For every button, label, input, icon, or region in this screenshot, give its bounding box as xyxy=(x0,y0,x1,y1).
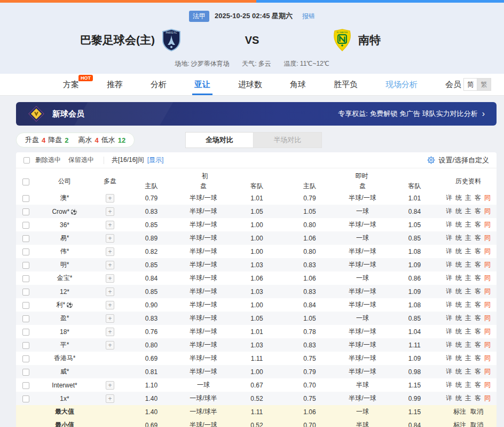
detail-link[interactable]: 详 xyxy=(446,328,452,335)
away-history-link[interactable]: 客 xyxy=(475,341,481,348)
detail-link[interactable]: 详 xyxy=(446,354,452,362)
detail-link[interactable]: 详 xyxy=(446,381,452,389)
detail-link[interactable]: 详 xyxy=(446,394,452,402)
same-odds-link[interactable]: 同 xyxy=(484,274,491,282)
tab-live-analysis[interactable]: 现场分析 xyxy=(385,74,418,95)
home-history-link[interactable]: 主 xyxy=(465,368,471,375)
full-match-toggle-button[interactable]: 全场对比 xyxy=(185,132,254,148)
expand-multi-odds-button[interactable]: + xyxy=(106,261,114,269)
home-history-link[interactable]: 主 xyxy=(465,274,471,282)
report-error-link[interactable]: 报错 xyxy=(302,12,315,21)
lang-simplified-button[interactable]: 简 xyxy=(463,78,477,91)
same-odds-link[interactable]: 同 xyxy=(484,314,491,322)
row-checkbox[interactable] xyxy=(22,342,29,349)
row-checkbox[interactable] xyxy=(22,275,29,282)
same-odds-link[interactable]: 同 xyxy=(484,234,491,242)
away-history-link[interactable]: 客 xyxy=(475,194,481,201)
detail-link[interactable]: 详 xyxy=(446,341,452,348)
home-history-link[interactable]: 主 xyxy=(465,301,471,308)
stats-link[interactable]: 统 xyxy=(455,328,462,335)
header-checkbox[interactable] xyxy=(22,178,29,185)
away-history-link[interactable]: 客 xyxy=(475,261,481,268)
same-odds-link[interactable]: 同 xyxy=(484,301,491,308)
home-history-link[interactable]: 主 xyxy=(465,261,471,268)
detail-link[interactable]: 详 xyxy=(446,368,452,375)
home-history-link[interactable]: 主 xyxy=(465,194,471,201)
away-history-link[interactable]: 客 xyxy=(475,381,481,389)
detail-link[interactable]: 详 xyxy=(446,194,452,201)
row-checkbox[interactable] xyxy=(22,289,29,296)
away-history-link[interactable]: 客 xyxy=(475,368,481,375)
lang-traditional-button[interactable]: 繁 xyxy=(477,78,491,91)
home-history-link[interactable]: 主 xyxy=(465,341,471,348)
home-history-link[interactable]: 主 xyxy=(465,234,471,242)
away-history-link[interactable]: 客 xyxy=(475,301,481,308)
detail-link[interactable]: 详 xyxy=(446,234,452,242)
row-checkbox[interactable] xyxy=(22,208,29,215)
row-checkbox[interactable] xyxy=(22,235,29,242)
expand-multi-odds-button[interactable]: + xyxy=(106,301,114,309)
stats-link[interactable]: 统 xyxy=(455,221,462,228)
stats-link[interactable]: 统 xyxy=(455,274,462,282)
tab-asian-handicap[interactable]: 亚让 xyxy=(194,74,210,95)
row-checkbox[interactable] xyxy=(22,262,29,269)
row-checkbox[interactable] xyxy=(22,369,29,376)
detail-link[interactable]: 详 xyxy=(446,288,452,295)
detail-link[interactable]: 详 xyxy=(446,207,452,215)
show-link[interactable]: [显示] xyxy=(147,156,164,165)
stats-link[interactable]: 统 xyxy=(455,354,462,362)
same-odds-link[interactable]: 同 xyxy=(484,288,491,295)
row-checkbox[interactable] xyxy=(22,395,29,402)
detail-link[interactable]: 详 xyxy=(446,261,452,268)
home-history-link[interactable]: 主 xyxy=(465,207,471,215)
same-odds-link[interactable]: 同 xyxy=(484,341,491,348)
row-checkbox[interactable] xyxy=(22,355,29,362)
away-history-link[interactable]: 客 xyxy=(475,221,481,228)
delete-selected-button[interactable]: 删除选中 xyxy=(35,156,61,165)
home-history-link[interactable]: 主 xyxy=(465,288,471,295)
settings-button[interactable]: 设置/选择自定义 xyxy=(427,156,489,165)
stats-link[interactable]: 统 xyxy=(455,234,462,242)
stats-link[interactable]: 统 xyxy=(455,194,462,201)
select-all-checkbox[interactable] xyxy=(23,157,30,164)
stats-link[interactable]: 统 xyxy=(455,288,462,295)
home-history-link[interactable]: 主 xyxy=(465,247,471,255)
row-checkbox[interactable] xyxy=(22,329,29,336)
stats-link[interactable]: 统 xyxy=(455,394,462,402)
row-checkbox[interactable] xyxy=(22,315,29,322)
row-checkbox[interactable] xyxy=(22,195,29,202)
expand-multi-odds-button[interactable]: + xyxy=(106,207,114,216)
expand-multi-odds-button[interactable]: + xyxy=(106,234,114,243)
expand-multi-odds-button[interactable]: + xyxy=(106,194,114,203)
tab-goals[interactable]: 进球数 xyxy=(238,74,262,95)
tab-recommend[interactable]: 推荐 xyxy=(107,74,123,95)
tab-1x2[interactable]: 胜平负 xyxy=(334,74,358,95)
tab-membership[interactable]: 会员 xyxy=(445,74,461,95)
row-checkbox[interactable] xyxy=(22,302,29,309)
expand-multi-odds-button[interactable]: + xyxy=(106,381,114,390)
same-odds-link[interactable]: 同 xyxy=(484,381,491,389)
tab-plans[interactable]: 方案 HOT xyxy=(63,74,79,95)
away-history-link[interactable]: 客 xyxy=(475,207,481,215)
mark-link[interactable]: 标注 xyxy=(453,421,466,427)
expand-multi-odds-button[interactable]: + xyxy=(106,341,114,350)
stats-link[interactable]: 统 xyxy=(455,314,462,322)
away-history-link[interactable]: 客 xyxy=(475,314,481,322)
detail-link[interactable]: 详 xyxy=(446,314,452,322)
detail-link[interactable]: 详 xyxy=(446,274,452,282)
row-checkbox[interactable] xyxy=(22,249,29,255)
same-odds-link[interactable]: 同 xyxy=(484,207,491,215)
vip-banner[interactable]: 新球会员 专享权益: 免费解锁 免广告 球队实力对比分析 › xyxy=(16,102,497,126)
same-odds-link[interactable]: 同 xyxy=(484,221,491,228)
expand-multi-odds-button[interactable]: + xyxy=(106,247,114,256)
detail-link[interactable]: 详 xyxy=(446,247,452,255)
home-history-link[interactable]: 主 xyxy=(465,354,471,362)
away-history-link[interactable]: 客 xyxy=(475,328,481,335)
stats-link[interactable]: 统 xyxy=(455,207,462,215)
home-history-link[interactable]: 主 xyxy=(465,314,471,322)
half-match-toggle-button[interactable]: 半场对比 xyxy=(254,132,322,148)
stats-link[interactable]: 统 xyxy=(455,301,462,308)
expand-multi-odds-button[interactable]: + xyxy=(106,394,114,403)
stats-link[interactable]: 统 xyxy=(455,247,462,255)
cancel-link[interactable]: 取消 xyxy=(470,408,483,415)
